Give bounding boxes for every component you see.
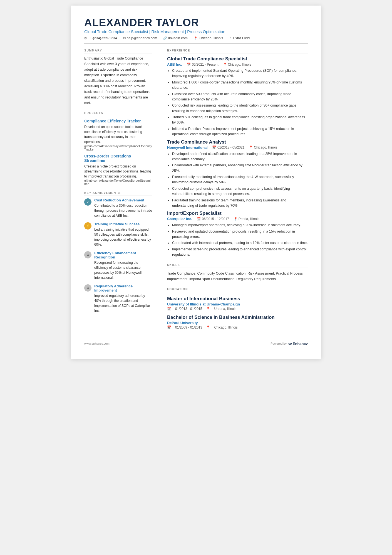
edu-item-2: Bachelor of Science in Business Administ… bbox=[167, 315, 308, 329]
project-link-2: github.com/AlexanderTaylor/CrossBorderSt… bbox=[84, 179, 152, 186]
job-company-1: ABB Inc. bbox=[167, 62, 182, 66]
job-company-3: Caterpillar Inc. bbox=[167, 217, 192, 221]
footer-powered: Powered by ∞ Enhancv bbox=[271, 341, 308, 347]
achievement-item-3: ⚙ Efficiency Enhancement Recognition Rec… bbox=[84, 251, 152, 280]
bullet-3-4: Implemented screening procedures leading… bbox=[172, 247, 308, 258]
pin-icon-1: 📍 bbox=[223, 63, 227, 66]
job-3: Import/Export Specialist Caterpillar Inc… bbox=[167, 211, 308, 257]
contact-linkedin: 🔗 linkedin.com bbox=[163, 36, 187, 40]
job-title-3: Import/Export Specialist bbox=[167, 211, 308, 216]
right-column: EXPERIENCE Global Trade Compliance Speci… bbox=[159, 49, 308, 329]
achievement-desc-1: Contributed to a 30% cost reduction thro… bbox=[94, 203, 152, 218]
achievement-title-2: Training Initiative Success bbox=[94, 222, 152, 226]
achievement-title-3: Efficiency Enhancement Recognition bbox=[94, 251, 152, 259]
contact-extra: ☆ Extra Field bbox=[229, 36, 250, 40]
bullet-2-4: Conducted comprehensive risk assessments… bbox=[172, 186, 308, 197]
achievement-content-2: Training Initiative Success Led a traini… bbox=[94, 222, 152, 247]
achievement-title-4: Regulatory Adherence Improvement bbox=[94, 284, 152, 292]
achievement-content-4: Regulatory Adherence Improvement Improve… bbox=[94, 284, 152, 313]
achievement-icon-4: ⚙ bbox=[84, 284, 91, 292]
edu-item-1: Master of International Business Univers… bbox=[167, 296, 308, 311]
calendar-icon-1: 📅 bbox=[187, 63, 191, 66]
achievement-desc-2: Led a training initiative that equipped … bbox=[94, 227, 152, 247]
enhancv-logo: ∞ Enhancv bbox=[288, 341, 308, 347]
bullet-1-6: Initiated a Practical Process Improvemen… bbox=[172, 126, 308, 137]
calendar-icon-3: 📅 bbox=[197, 217, 201, 221]
projects-label: PROJECTS bbox=[84, 111, 152, 116]
achievement-icon-2: ⚡ bbox=[84, 222, 91, 230]
edu-school-2: DePaul University bbox=[167, 321, 308, 325]
bullet-2-5: Facilitated training sessions for team m… bbox=[172, 198, 308, 209]
email-icon: ✉ bbox=[123, 36, 126, 40]
achievement-item-2: ⚡ Training Initiative Success Led a trai… bbox=[84, 222, 152, 247]
achievement-icon-1: ✓ bbox=[84, 198, 91, 206]
job-location-1: 📍 Chicago, Illinois bbox=[223, 63, 251, 66]
resume-page: ALEXANDER TAYLOR Global Trade Compliance… bbox=[71, 6, 321, 359]
edu-pin-icon-1: 📍 bbox=[206, 307, 210, 311]
job-location-2: 📍 Chicago, Illinois bbox=[249, 145, 277, 149]
bullet-2-1: Developed and refined classification pro… bbox=[172, 151, 308, 162]
achievement-content-1: Cost Reduction Achievement Contributed t… bbox=[94, 198, 152, 218]
contact-email: ✉ help@enhancv.com bbox=[123, 36, 157, 40]
bullet-3-1: Managed import/export operations, achiev… bbox=[172, 223, 308, 228]
job-meta-2: Honeywell International 📅 01/2018 - 05/2… bbox=[167, 145, 308, 150]
left-column: SUMMARY Enthusiastic Global Trade Compli… bbox=[84, 49, 159, 329]
link-icon: 🔗 bbox=[163, 36, 167, 40]
experience-label: EXPERIENCE bbox=[167, 49, 308, 53]
pin-icon-2: 📍 bbox=[249, 145, 253, 149]
edu-pin-icon-2: 📍 bbox=[206, 325, 210, 329]
achievement-desc-4: Improved regulatory adherence by 40% thr… bbox=[94, 293, 152, 313]
bullet-3-3: Coordinated with international partners,… bbox=[172, 240, 308, 246]
summary-label: SUMMARY bbox=[84, 49, 152, 53]
location-icon: 📍 bbox=[194, 36, 198, 40]
project-item-1: Compliance Efficiency Tracker Developed … bbox=[84, 119, 152, 151]
bullet-1-2: Monitored 1,000+ cross-border transactio… bbox=[172, 80, 308, 91]
achievement-item-4: ⚙ Regulatory Adherence Improvement Impro… bbox=[84, 284, 152, 313]
header: ALEXANDER TAYLOR Global Trade Compliance… bbox=[84, 17, 308, 44]
job-dates-3: 📅 06/2015 - 12/2017 bbox=[197, 217, 229, 221]
footer: www.enhancv.com Powered by ∞ Enhancv bbox=[84, 338, 308, 347]
job-dates-2: 📅 01/2018 - 05/2021 bbox=[212, 145, 244, 149]
skills-text: Trade Compliance, Commodity Code Classif… bbox=[167, 271, 308, 282]
achievement-item-1: ✓ Cost Reduction Achievement Contributed… bbox=[84, 198, 152, 218]
applicant-title: Global Trade Compliance Specialist | Ris… bbox=[84, 29, 308, 34]
edu-meta-2: 📅 01/2009 - 01/2013 📍 Chicago, Illinois bbox=[167, 325, 308, 329]
applicant-name: ALEXANDER TAYLOR bbox=[84, 17, 308, 29]
calendar-icon-2: 📅 bbox=[212, 145, 216, 149]
project-desc-1: Developed an open-source tool to track c… bbox=[84, 124, 152, 144]
job-meta-1: ABB Inc. 📅 06/2021 - Present 📍 Chicago, … bbox=[167, 62, 308, 66]
job-meta-3: Caterpillar Inc. 📅 06/2015 - 12/2017 📍 P… bbox=[167, 217, 308, 221]
infinity-icon: ∞ bbox=[288, 341, 292, 347]
edu-degree-1: Master of International Business bbox=[167, 296, 308, 302]
achievement-desc-3: Recognized for increasing the efficiency… bbox=[94, 260, 152, 280]
job-1: Global Trade Compliance Specialist ABB I… bbox=[167, 56, 308, 137]
edu-calendar-icon-1: 📅 bbox=[167, 307, 171, 311]
edu-calendar-icon-2: 📅 bbox=[167, 325, 171, 329]
achievement-icon-3: ⚙ bbox=[84, 251, 91, 258]
job-2: Trade Compliance Analyst Honeywell Inter… bbox=[167, 139, 308, 209]
job-location-3: 📍 Peoria, Illinois bbox=[234, 217, 259, 221]
job-company-2: Honeywell International bbox=[167, 145, 208, 150]
job-dates-1: 📅 06/2021 - Present bbox=[187, 63, 218, 66]
project-link-1: github.com/AlexanderTaylor/ComplianceEff… bbox=[84, 144, 152, 151]
edu-school-1: University of Illinois at Urbana-Champai… bbox=[167, 302, 308, 306]
achievement-title-1: Cost Reduction Achievement bbox=[94, 198, 152, 202]
job-bullets-2: Developed and refined classification pro… bbox=[172, 151, 308, 209]
job-bullets-1: Created and implemented Standard Operati… bbox=[172, 68, 308, 137]
main-layout: SUMMARY Enthusiastic Global Trade Compli… bbox=[84, 49, 308, 329]
job-title-1: Global Trade Compliance Specialist bbox=[167, 56, 308, 62]
job-title-2: Trade Compliance Analyst bbox=[167, 139, 308, 145]
project-item-2: Cross-Border Operations Streamliner Crea… bbox=[84, 154, 152, 186]
contact-bar: ✆ +1-(234)-555-1234 ✉ help@enhancv.com 🔗… bbox=[84, 36, 308, 44]
summary-text: Enthusiastic Global Trade Compliance Spe… bbox=[84, 56, 152, 106]
contact-location: 📍 Chicago, Illinois bbox=[194, 36, 223, 40]
achievements-label: KEY ACHIEVEMENTS bbox=[84, 191, 152, 196]
star-icon: ☆ bbox=[229, 36, 232, 40]
footer-url: www.enhancv.com bbox=[84, 342, 110, 345]
bullet-1-1: Created and implemented Standard Operati… bbox=[172, 68, 308, 79]
bullet-1-5: Trained 50+ colleagues in global trade c… bbox=[172, 115, 308, 125]
bullet-1-3: Classified over 500 products with accura… bbox=[172, 92, 308, 102]
edu-degree-2: Bachelor of Science in Business Administ… bbox=[167, 315, 308, 320]
bullet-2-3: Executed daily monitoring of transaction… bbox=[172, 174, 308, 185]
contact-phone: ✆ +1-(234)-555-1234 bbox=[84, 36, 117, 40]
